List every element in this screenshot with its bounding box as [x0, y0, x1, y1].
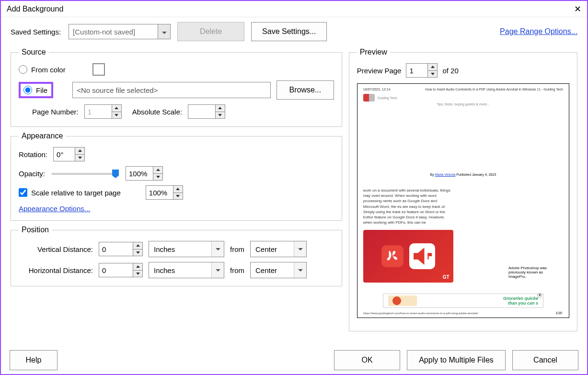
horizontal-distance-input[interactable] [99, 263, 133, 277]
preview-legend: Preview [357, 48, 390, 57]
absolute-scale-input[interactable] [188, 105, 215, 118]
arrow-down-icon[interactable] [215, 112, 225, 119]
rotation-input[interactable] [54, 148, 75, 161]
position-legend: Position [19, 226, 52, 234]
apply-multiple-button[interactable]: Apply to Multiple Files [407, 350, 506, 370]
source-file-field[interactable] [72, 82, 271, 98]
horizontal-anchor-value: Center [251, 266, 294, 274]
ok-button[interactable]: OK [334, 350, 400, 370]
from-color-label: From color [31, 66, 66, 74]
arrow-down-icon[interactable] [75, 154, 84, 161]
arrow-up-icon[interactable] [427, 64, 437, 70]
opacity-slider[interactable] [52, 169, 119, 178]
pv-sidebar-text: Adobe Photoshop was previously known as … [508, 266, 561, 279]
arrow-down-icon[interactable] [133, 270, 142, 277]
arrow-up-icon[interactable] [133, 242, 142, 249]
scale-relative-checkbox[interactable]: Scale relative to target page [19, 188, 121, 197]
page-number-input [85, 105, 112, 118]
saved-settings-combo[interactable] [69, 24, 171, 39]
vertical-anchor-dropdown[interactable]: Center [250, 241, 307, 257]
pv-paragraph: work on a document with several individu… [363, 188, 453, 225]
title-bar: Add Background ✕ [1, 1, 587, 17]
scale-relative-input[interactable] [19, 188, 27, 197]
pv-page-fraction: 1/20 [555, 311, 562, 315]
scale-relative-spinner[interactable] [146, 185, 183, 200]
vertical-units-value: Inches [149, 245, 211, 253]
preview-thumbnail: 18/07/2023, 12:14 How to Insert Audio Co… [357, 83, 569, 318]
from-color-radio-input[interactable] [19, 65, 27, 74]
horizontal-anchor-dropdown[interactable]: Center [250, 262, 307, 278]
from-color-radio[interactable]: From color [19, 65, 66, 74]
chevron-down-icon[interactable] [294, 241, 306, 257]
arrow-up-icon[interactable] [112, 105, 121, 112]
page-range-options-link[interactable]: Page Range Options... [500, 27, 577, 36]
arrow-down-icon[interactable] [112, 112, 121, 119]
arrow-up-icon[interactable] [173, 186, 183, 193]
pv-ad-banner: Groceries quickethan you can s ✕ [383, 294, 543, 308]
arrow-up-icon[interactable] [153, 167, 162, 173]
horizontal-distance-spinner[interactable] [99, 263, 143, 277]
chevron-down-icon[interactable] [211, 241, 224, 257]
pv-url: https://www.guidingtech.com/how-to-inser… [363, 312, 478, 315]
rotation-spinner[interactable] [53, 147, 85, 161]
arrow-up-icon[interactable] [75, 148, 84, 154]
cancel-button[interactable]: Cancel [512, 350, 578, 370]
vertical-distance-label: Vertical Distance: [19, 245, 93, 253]
opacity-label: Opacity: [19, 170, 45, 178]
slider-thumb-icon[interactable] [112, 170, 119, 178]
pv-byline: By Maria Victoria Published January 4, 2… [363, 173, 563, 176]
file-radio[interactable]: File [23, 86, 47, 94]
horizontal-units-dropdown[interactable]: Inches [149, 262, 224, 278]
scale-relative-label: Scale relative to target page [31, 189, 121, 197]
ad-close-icon: ✕ [537, 293, 542, 298]
source-legend: Source [19, 48, 49, 57]
preview-page-label: Preview Page [357, 67, 402, 75]
help-button[interactable]: Help [10, 350, 58, 370]
file-radio-highlight: File [19, 82, 53, 98]
rotation-label: Rotation: [19, 150, 47, 159]
pv-heading: How to Insert Audio Comments in a PDF Us… [426, 88, 563, 91]
chevron-down-icon[interactable] [158, 24, 170, 39]
opacity-spinner[interactable] [126, 166, 163, 181]
arrow-up-icon[interactable] [133, 263, 142, 270]
page-number-spinner[interactable] [84, 104, 122, 119]
acrobat-icon [381, 245, 404, 267]
sound-icon [409, 243, 435, 269]
absolute-scale-label: Absolute Scale: [132, 108, 182, 116]
source-group: Source From color File [11, 48, 342, 127]
preview-page-spinner[interactable] [406, 63, 438, 78]
vertical-distance-spinner[interactable] [99, 242, 143, 256]
vertical-anchor-value: Center [251, 245, 294, 253]
arrow-down-icon[interactable] [133, 249, 142, 256]
saved-settings-label: Saved Settings: [11, 28, 61, 36]
pv-brand: Guiding Tech [378, 96, 397, 100]
horizontal-distance-label: Horizontal Distance: [19, 266, 93, 274]
from-label: from [230, 245, 244, 253]
save-settings-button[interactable]: Save Settings... [251, 22, 327, 41]
file-radio-label: File [36, 86, 47, 94]
arrow-up-icon[interactable] [215, 105, 225, 112]
vertical-units-dropdown[interactable]: Inches [149, 241, 224, 257]
appearance-group: Appearance Rotation: Opacity: [11, 132, 342, 221]
absolute-scale-spinner[interactable] [188, 104, 225, 119]
scale-relative-value[interactable] [146, 186, 173, 199]
pv-tagline: Tips, tricks, buying guides & more... [363, 102, 563, 106]
browse-button[interactable]: Browse... [277, 80, 334, 100]
saved-settings-input[interactable] [69, 24, 158, 39]
file-radio-input[interactable] [23, 86, 32, 94]
pv-hero-image: GT [363, 230, 453, 283]
preview-page-input[interactable] [406, 64, 427, 77]
close-icon[interactable]: ✕ [574, 4, 581, 14]
chevron-down-icon[interactable] [294, 262, 306, 278]
chevron-down-icon[interactable] [211, 262, 224, 278]
arrow-down-icon[interactable] [173, 193, 183, 200]
preview-of-total: of 20 [442, 67, 458, 75]
arrow-down-icon[interactable] [153, 173, 162, 181]
appearance-options-link[interactable]: Appearance Options... [19, 205, 90, 213]
position-group: Position Vertical Distance: Inches [11, 226, 342, 286]
arrow-down-icon[interactable] [427, 70, 437, 78]
color-swatch[interactable] [92, 63, 105, 76]
vertical-distance-input[interactable] [99, 242, 133, 256]
delete-button: Delete [177, 22, 244, 41]
opacity-input[interactable] [126, 167, 153, 180]
